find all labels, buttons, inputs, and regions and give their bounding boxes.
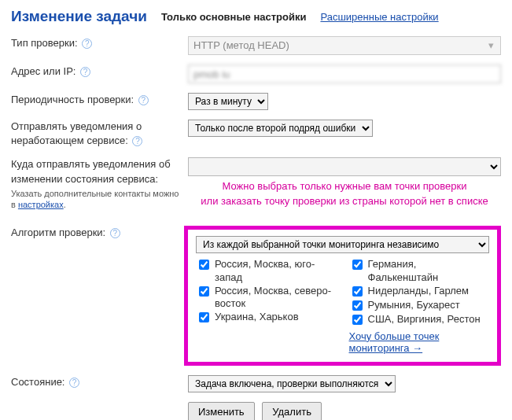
location-label: Нидерланды, Гарлем bbox=[368, 285, 469, 298]
check-type-value: HTTP (метод HEAD) bbox=[193, 39, 289, 51]
location-checkbox[interactable]: Нидерланды, Гарлем bbox=[349, 285, 490, 299]
annotation-text: Можно выбрать только нужные вам точки пр… bbox=[188, 179, 501, 208]
help-icon[interactable]: ? bbox=[80, 67, 90, 77]
settings-link[interactable]: настройках bbox=[18, 200, 64, 209]
location-checkbox[interactable]: Россия, Москва, юго-запад bbox=[196, 258, 337, 285]
label-notify-where: Куда отправлять уведомления об изменении… bbox=[11, 158, 171, 184]
checkbox-input[interactable] bbox=[199, 260, 209, 270]
location-label: Румыния, Бухарест bbox=[368, 299, 460, 312]
label-address: Адрес или IP: bbox=[11, 65, 76, 77]
checkbox-input[interactable] bbox=[352, 286, 363, 297]
checkbox-input[interactable] bbox=[199, 286, 209, 297]
location-checkbox[interactable]: Германия, Фалькенштайн bbox=[349, 258, 490, 285]
notify-hint-suffix: . bbox=[64, 200, 66, 209]
label-algorithm: Алгоритм проверки: bbox=[11, 227, 105, 238]
help-icon[interactable]: ? bbox=[138, 95, 149, 105]
location-checkbox[interactable]: Румыния, Бухарест bbox=[349, 299, 490, 313]
help-icon[interactable]: ? bbox=[82, 39, 92, 49]
tab-advanced[interactable]: Расширенные настройки bbox=[320, 11, 438, 23]
help-icon[interactable]: ? bbox=[69, 378, 79, 388]
label-check-type: Тип проверки: bbox=[11, 37, 78, 49]
tab-basic[interactable]: Только основные настройки bbox=[161, 11, 307, 23]
period-select[interactable]: Раз в минуту bbox=[188, 93, 268, 110]
page-title: Изменение задачи bbox=[11, 8, 147, 25]
help-icon[interactable]: ? bbox=[132, 136, 142, 146]
label-period: Периодичность проверки: bbox=[11, 94, 134, 105]
checkbox-input[interactable] bbox=[352, 260, 363, 270]
notify-where-select[interactable] bbox=[188, 157, 501, 176]
submit-button[interactable]: Изменить bbox=[188, 402, 255, 420]
label-notify-down: Отправлять уведомления о неработающем се… bbox=[11, 120, 142, 146]
check-type-select[interactable]: HTTP (метод HEAD) bbox=[188, 36, 501, 55]
algorithm-box: Из каждой выбранной точки мониторинга не… bbox=[184, 226, 501, 366]
location-label: Россия, Москва, северо-восток bbox=[215, 285, 337, 311]
checkbox-input[interactable] bbox=[352, 300, 363, 311]
address-input[interactable] bbox=[188, 64, 501, 83]
state-select[interactable]: Задача включена, проверки выполняются bbox=[188, 375, 396, 392]
delete-button[interactable]: Удалить bbox=[262, 402, 322, 420]
algo-mode-select[interactable]: Из каждой выбранной точки мониторинга не… bbox=[196, 236, 489, 253]
checkbox-input[interactable] bbox=[199, 312, 209, 322]
checkbox-input[interactable] bbox=[352, 315, 363, 325]
location-label: Германия, Фалькенштайн bbox=[368, 258, 490, 285]
help-icon[interactable]: ? bbox=[110, 228, 120, 238]
more-locations-link[interactable]: Хочу больше точек мониторинга → bbox=[349, 330, 490, 354]
notify-down-select[interactable]: Только после второй подряд ошибки bbox=[188, 120, 373, 137]
location-checkbox[interactable]: Украина, Харьков bbox=[196, 311, 337, 325]
location-label: Россия, Москва, юго-запад bbox=[215, 258, 337, 285]
location-label: Украина, Харьков bbox=[215, 311, 299, 324]
label-state: Состояние: bbox=[11, 376, 64, 388]
location-checkbox[interactable]: Россия, Москва, северо-восток bbox=[196, 285, 337, 311]
location-label: США, Виргиния, Рестон bbox=[368, 313, 481, 326]
location-checkbox[interactable]: США, Виргиния, Рестон bbox=[349, 313, 490, 327]
